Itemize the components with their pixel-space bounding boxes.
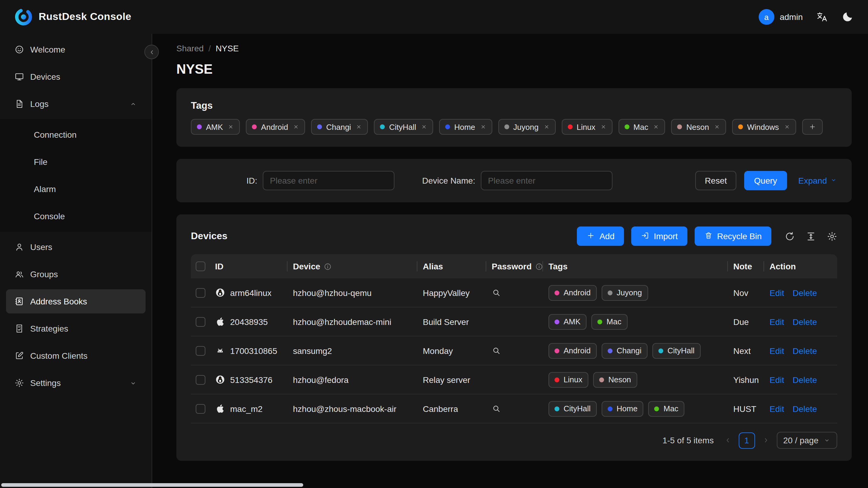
sidebar-item-address-books[interactable]: Address Books <box>6 289 146 313</box>
tag-color-dot <box>677 124 682 129</box>
sidebar-item-logs[interactable]: Logs <box>6 92 146 116</box>
tag-chip-linux[interactable]: Linux <box>561 119 612 135</box>
page-size-select[interactable]: 20 / page <box>776 432 837 449</box>
chevron-left-icon <box>723 436 732 445</box>
edit-link[interactable]: Edit <box>770 288 784 298</box>
device-alias: Build Server <box>423 317 469 327</box>
tag-label: AMK <box>206 122 223 131</box>
edit-link[interactable]: Edit <box>770 375 784 385</box>
tag-chip-neson[interactable]: Neson <box>671 119 726 135</box>
tag-close-icon[interactable] <box>600 124 606 130</box>
tag-close-icon[interactable] <box>228 124 234 130</box>
sidebar-item-file[interactable]: File <box>0 150 152 174</box>
tag-chip-mac[interactable]: Mac <box>648 401 684 417</box>
sidebar-item-custom-clients[interactable]: Custom Clients <box>6 344 146 368</box>
avatar[interactable]: a <box>759 9 774 25</box>
sidebar-item-groups[interactable]: Groups <box>6 262 146 286</box>
edit-link[interactable]: Edit <box>770 317 784 327</box>
row-checkbox[interactable] <box>196 346 205 356</box>
tag-label: AMK <box>564 317 581 326</box>
contacts-icon <box>14 297 24 306</box>
tag-close-icon[interactable] <box>421 124 427 130</box>
sidebar-item-users[interactable]: Users <box>6 235 146 259</box>
import-button[interactable]: Import <box>631 226 687 246</box>
tag-close-icon[interactable] <box>714 124 720 130</box>
sidebar-item-console[interactable]: Console <box>0 204 152 228</box>
tag-label: Neson <box>608 375 631 384</box>
sidebar-item-devices[interactable]: Devices <box>6 65 146 89</box>
tag-chip-changi[interactable]: Changi <box>601 343 648 359</box>
row-checkbox[interactable] <box>196 375 205 385</box>
tag-chip-neson[interactable]: Neson <box>593 372 637 388</box>
delete-link[interactable]: Delete <box>793 375 817 385</box>
tag-chip-windows[interactable]: Windows <box>732 119 796 135</box>
view-password-button[interactable] <box>492 346 501 355</box>
tag-color-dot <box>197 124 202 129</box>
tag-close-icon[interactable] <box>293 124 299 130</box>
sidebar-item-label: Welcome <box>30 45 65 54</box>
select-all-checkbox[interactable] <box>196 262 205 271</box>
tag-chip-android[interactable]: Android <box>549 285 597 301</box>
pagination-prev-button[interactable] <box>723 436 732 445</box>
sidebar-item-settings[interactable]: Settings <box>6 371 146 395</box>
id-filter-input[interactable] <box>263 171 395 190</box>
sidebar-collapse-button[interactable] <box>144 45 159 59</box>
sidebar-item-welcome[interactable]: Welcome <box>6 37 146 62</box>
tag-close-icon[interactable] <box>653 124 659 130</box>
tag-close-icon[interactable] <box>356 124 362 130</box>
pagination-next-button[interactable] <box>762 436 770 445</box>
tag-chip-cityhall[interactable]: CityHall <box>549 401 597 417</box>
sidebar-item-strategies[interactable]: Strategies <box>6 316 146 341</box>
refresh-button[interactable] <box>785 231 795 241</box>
tag-color-dot <box>624 124 629 129</box>
tag-chip-amk[interactable]: AMK <box>549 314 587 330</box>
query-button[interactable]: Query <box>744 171 787 190</box>
tag-chip-home[interactable]: Home <box>439 119 492 135</box>
recycle-bin-button[interactable]: Recycle Bin <box>695 226 771 246</box>
device-name-filter-input[interactable] <box>481 171 613 190</box>
language-button[interactable] <box>816 11 828 23</box>
theme-toggle-button[interactable] <box>841 11 854 23</box>
tag-chip-linux[interactable]: Linux <box>549 372 588 388</box>
tag-chip-cityhall[interactable]: CityHall <box>374 119 433 135</box>
row-checkbox[interactable] <box>196 288 205 298</box>
expand-toggle[interactable]: Expand <box>798 176 837 185</box>
delete-link[interactable]: Delete <box>793 346 817 356</box>
close-icon <box>600 124 606 130</box>
tag-chip-juyong[interactable]: Juyong <box>601 285 648 301</box>
pagination-page-1[interactable]: 1 <box>738 432 755 449</box>
tag-chip-cityhall[interactable]: CityHall <box>652 343 701 359</box>
breadcrumb-parent[interactable]: Shared <box>176 43 204 53</box>
tag-chip-android[interactable]: Android <box>549 343 597 359</box>
row-height-button[interactable] <box>806 231 816 241</box>
tag-close-icon[interactable] <box>480 124 486 130</box>
tag-chip-home[interactable]: Home <box>601 401 644 417</box>
user-menu[interactable]: a admin <box>759 9 803 25</box>
edit-link[interactable]: Edit <box>770 346 784 356</box>
reset-button[interactable]: Reset <box>695 171 737 190</box>
tag-chip-mac[interactable]: Mac <box>591 314 627 330</box>
add-tag-button[interactable] <box>802 119 823 135</box>
view-password-button[interactable] <box>492 288 501 297</box>
view-password-button[interactable] <box>492 404 501 413</box>
tag-close-icon[interactable] <box>784 124 790 130</box>
tag-chip-juyong[interactable]: Juyong <box>498 119 555 135</box>
sidebar-item-alarm[interactable]: Alarm <box>0 177 152 201</box>
delete-link[interactable]: Delete <box>793 288 817 298</box>
tag-close-icon[interactable] <box>543 124 549 130</box>
row-checkbox[interactable] <box>196 317 205 327</box>
table-settings-button[interactable] <box>827 231 837 241</box>
horizontal-scrollbar-thumb[interactable] <box>1 483 303 487</box>
tag-chip-changi[interactable]: Changi <box>311 119 368 135</box>
tag-chip-mac[interactable]: Mac <box>618 119 665 135</box>
sidebar-item-connection[interactable]: Connection <box>0 123 152 147</box>
tag-chip-android[interactable]: Android <box>246 119 305 135</box>
tag-chip-amk[interactable]: AMK <box>191 119 240 135</box>
row-checkbox[interactable] <box>196 404 205 414</box>
delete-link[interactable]: Delete <box>793 317 817 327</box>
edit-link[interactable]: Edit <box>770 404 784 414</box>
add-button[interactable]: Add <box>577 226 624 246</box>
delete-link[interactable]: Delete <box>793 404 817 414</box>
form-icon <box>14 351 24 361</box>
search-icon <box>492 288 501 297</box>
